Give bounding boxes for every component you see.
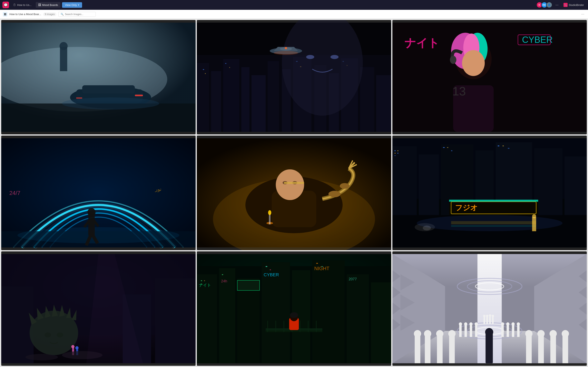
svg-rect-154 bbox=[201, 280, 202, 281]
image-cell-4[interactable]: 24/7 نور bbox=[1, 136, 196, 250]
svg-point-207 bbox=[459, 322, 462, 325]
svg-point-213 bbox=[475, 322, 478, 325]
image-cell-9[interactable] bbox=[392, 251, 587, 366]
svg-rect-27 bbox=[203, 69, 204, 70]
svg-rect-28 bbox=[205, 73, 206, 74]
svg-text:ナイト: ナイト bbox=[199, 283, 211, 287]
svg-point-11 bbox=[62, 98, 159, 109]
svg-point-114 bbox=[423, 226, 431, 231]
svg-rect-238 bbox=[485, 333, 493, 363]
svg-point-211 bbox=[469, 322, 473, 325]
svg-rect-212 bbox=[475, 325, 477, 337]
svg-rect-93 bbox=[394, 153, 396, 154]
view-only-button[interactable]: View Only ▾ bbox=[62, 2, 82, 8]
svg-rect-156 bbox=[201, 284, 202, 284]
svg-point-215 bbox=[501, 322, 504, 325]
svg-rect-157 bbox=[222, 274, 223, 275]
svg-rect-142 bbox=[237, 278, 259, 363]
svg-point-37 bbox=[330, 55, 339, 59]
svg-point-131 bbox=[71, 345, 75, 348]
svg-rect-160 bbox=[316, 263, 318, 264]
avatar-user-3[interactable]: 👤 bbox=[546, 2, 552, 8]
svg-rect-15 bbox=[211, 71, 221, 132]
svg-point-233 bbox=[537, 330, 545, 337]
svg-point-229 bbox=[448, 330, 456, 337]
search-icon: 🔍 bbox=[61, 13, 64, 16]
svg-point-42 bbox=[274, 51, 298, 55]
image-cell-8[interactable]: ナイト 24h CYBER NIGHT 2077 bbox=[197, 251, 391, 366]
studiobinder-icon: 📎 bbox=[563, 3, 568, 7]
svg-text:フジオ: フジオ bbox=[455, 204, 478, 212]
tab-mood-boards[interactable]: 🖼 Mood Boards bbox=[36, 2, 61, 8]
board-icon: 🖼 bbox=[3, 12, 7, 17]
svg-rect-226 bbox=[437, 335, 443, 363]
svg-point-217 bbox=[506, 322, 509, 325]
svg-rect-145 bbox=[312, 260, 345, 363]
svg-rect-147 bbox=[371, 282, 391, 363]
svg-point-82 bbox=[268, 210, 271, 215]
svg-rect-218 bbox=[512, 325, 514, 337]
svg-rect-224 bbox=[425, 335, 431, 363]
chevron-down-icon: ▾ bbox=[78, 4, 79, 6]
studiobinder-button[interactable]: 📎 StudioBinder bbox=[562, 2, 586, 8]
more-options-button[interactable]: ··· bbox=[554, 2, 560, 8]
svg-rect-97 bbox=[443, 147, 445, 148]
svg-text:24h: 24h bbox=[221, 279, 227, 283]
image-cell-2[interactable] bbox=[197, 20, 391, 134]
svg-rect-234 bbox=[550, 335, 556, 363]
tab-how-to[interactable]: 🗒 How to Us... bbox=[11, 2, 34, 8]
svg-rect-208 bbox=[465, 325, 467, 337]
svg-point-71 bbox=[329, 191, 341, 197]
svg-rect-29 bbox=[225, 63, 226, 64]
svg-point-203 bbox=[489, 314, 491, 317]
svg-rect-220 bbox=[517, 325, 520, 337]
svg-rect-153 bbox=[237, 280, 259, 290]
svg-rect-111 bbox=[532, 217, 536, 231]
svg-point-199 bbox=[483, 315, 485, 317]
svg-rect-14 bbox=[197, 63, 209, 132]
svg-rect-94 bbox=[394, 155, 396, 156]
image-cell-7[interactable] bbox=[1, 251, 196, 366]
svg-point-58 bbox=[17, 227, 179, 243]
svg-rect-3 bbox=[60, 47, 67, 71]
svg-point-219 bbox=[511, 322, 515, 325]
svg-point-36 bbox=[306, 55, 314, 59]
image-cell-3[interactable]: ナイト CYBER 13 bbox=[392, 20, 587, 134]
svg-rect-18 bbox=[251, 75, 266, 132]
svg-rect-117 bbox=[1, 286, 34, 363]
svg-rect-155 bbox=[204, 280, 205, 281]
svg-rect-79 bbox=[284, 182, 304, 184]
svg-rect-206 bbox=[459, 325, 462, 337]
svg-rect-102 bbox=[508, 148, 509, 149]
svg-point-128 bbox=[44, 332, 51, 337]
svg-point-235 bbox=[550, 330, 557, 337]
svg-rect-98 bbox=[447, 147, 448, 148]
search-input[interactable] bbox=[65, 13, 94, 16]
svg-point-225 bbox=[424, 330, 432, 337]
top-navigation: 💬 🗒 How to Us... 🖼 Mood Boards View Only… bbox=[0, 0, 588, 10]
more-options-icon[interactable]: ··· bbox=[580, 11, 585, 17]
image-cell-6[interactable]: フジオ bbox=[392, 136, 587, 250]
svg-rect-30 bbox=[229, 67, 230, 68]
svg-rect-158 bbox=[266, 266, 267, 267]
image-count-badge: 9 images bbox=[43, 12, 56, 16]
svg-rect-17 bbox=[241, 67, 250, 132]
svg-rect-232 bbox=[538, 335, 544, 363]
svg-text:2077: 2077 bbox=[349, 277, 357, 281]
breadcrumb-bar: 🖼 How to Use a Mood Boar... 9 images 🔍 ·… bbox=[0, 10, 588, 19]
svg-point-205 bbox=[492, 315, 494, 317]
svg-rect-200 bbox=[486, 317, 488, 324]
svg-rect-161 bbox=[321, 266, 323, 267]
app-logo[interactable]: 💬 bbox=[2, 2, 9, 8]
svg-point-112 bbox=[532, 214, 536, 218]
document-icon: 🗒 bbox=[13, 3, 16, 7]
svg-rect-236 bbox=[562, 335, 568, 363]
search-box[interactable]: 🔍 bbox=[58, 12, 96, 17]
svg-rect-8 bbox=[135, 95, 143, 96]
svg-point-72 bbox=[340, 183, 350, 189]
image-cell-1[interactable] bbox=[1, 20, 196, 134]
image-cell-5[interactable] bbox=[197, 136, 391, 250]
svg-rect-109 bbox=[451, 221, 536, 225]
svg-rect-92 bbox=[394, 150, 396, 151]
svg-point-76 bbox=[276, 169, 304, 200]
